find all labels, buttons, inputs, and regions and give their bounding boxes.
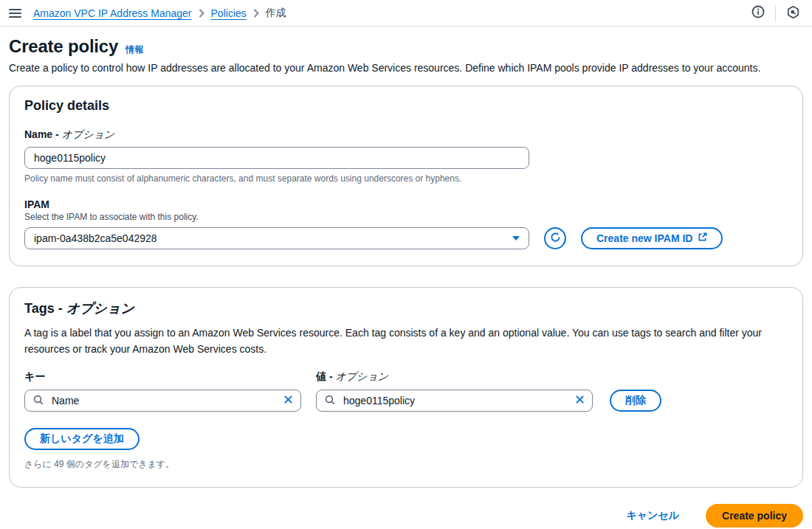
info-icon (751, 5, 765, 21)
tags-card: Tags - オプション A tag is a label that you a… (9, 287, 803, 488)
tag-key-input-wrap (24, 390, 301, 412)
tag-key-label: キー (24, 370, 301, 384)
cancel-button[interactable]: キャンセル (622, 508, 684, 523)
breadcrumb-current: 作成 (266, 7, 286, 20)
tags-remaining-text: さらに 49 個のタグを追加できます。 (24, 458, 788, 471)
clear-key-button[interactable] (283, 395, 293, 407)
breadcrumb-link-ipam[interactable]: Amazon VPC IP Address Manager (33, 7, 192, 19)
external-link-icon (698, 232, 707, 244)
tag-row: キー 値 - オプション (24, 370, 788, 412)
tag-key-input[interactable] (50, 394, 277, 407)
tag-value-input-wrap (316, 390, 593, 412)
name-field-label: Name - オプション (24, 128, 788, 142)
search-icon (325, 395, 335, 407)
close-icon (575, 395, 585, 407)
footer-actions: キャンセル Create policy (9, 504, 803, 528)
chevron-right-icon (253, 9, 259, 18)
info-link[interactable]: 情報 (125, 44, 143, 56)
service-panel-button[interactable] (785, 4, 802, 23)
hexagon-icon (786, 5, 800, 21)
page-title: Create policy (9, 36, 118, 57)
breadcrumb-link-policies[interactable]: Policies (211, 7, 247, 19)
ipam-select[interactable]: ipam-0a438b2ca5e042928 (24, 227, 529, 249)
info-panel-button[interactable] (750, 4, 766, 22)
search-icon (33, 395, 44, 407)
chevron-down-icon (512, 236, 520, 241)
ipam-select-value: ipam-0a438b2ca5e042928 (34, 232, 157, 244)
close-icon (283, 395, 293, 407)
top-navigation-bar: Amazon VPC IP Address Manager Policies 作… (0, 0, 812, 27)
refresh-icon (550, 232, 561, 245)
optional-label: オプション (66, 301, 134, 316)
create-policy-button[interactable]: Create policy (706, 504, 803, 528)
ipam-field-label: IPAM (24, 198, 788, 210)
tag-value-input[interactable] (342, 394, 568, 407)
policy-name-input[interactable] (24, 147, 529, 169)
clear-value-button[interactable] (575, 395, 585, 407)
ipam-field-description: Select the IPAM to associate with this p… (24, 212, 788, 222)
tags-heading: Tags - オプション (24, 300, 788, 317)
optional-label: オプション (335, 370, 388, 382)
page-header: Create policy 情報 Create a policy to cont… (0, 27, 812, 74)
menu-icon[interactable] (9, 7, 21, 19)
divider (775, 5, 776, 21)
tags-description: A tag is a label that you assign to an A… (24, 325, 786, 357)
tag-value-label: 値 - オプション (316, 370, 593, 384)
create-new-ipam-button[interactable]: Create new IPAM ID (581, 227, 723, 249)
add-new-tag-button[interactable]: 新しいタグを追加 (24, 428, 140, 450)
breadcrumb: Amazon VPC IP Address Manager Policies 作… (33, 7, 286, 20)
optional-label: オプション (62, 128, 115, 140)
refresh-button[interactable] (544, 227, 566, 249)
chevron-right-icon (199, 9, 204, 18)
policy-details-card: Policy details Name - オプション Policy name … (9, 86, 803, 266)
name-constraint-text: Policy name must consist of alphanumeric… (24, 173, 788, 184)
page-description: Create a policy to control how IP addres… (9, 62, 803, 74)
remove-tag-button[interactable]: 削除 (610, 390, 661, 412)
policy-details-heading: Policy details (24, 98, 788, 114)
